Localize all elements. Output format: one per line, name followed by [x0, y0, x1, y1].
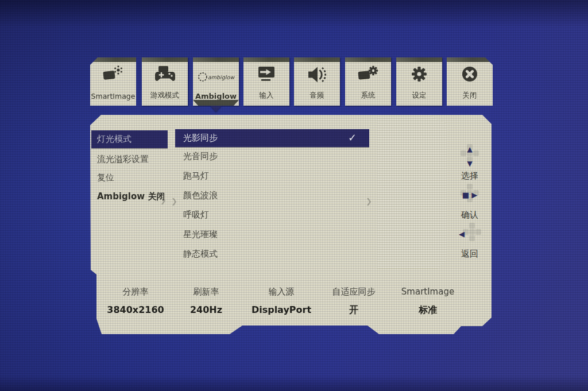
speaker-icon	[294, 63, 340, 86]
system-gear-icon	[345, 63, 391, 86]
tile-label: 系统	[345, 91, 391, 100]
smartimage-icon	[90, 63, 136, 86]
tab-ambiglow[interactable]: ambiglow Ambiglow	[193, 57, 239, 106]
ok-button-icon: ■ ▶	[452, 191, 488, 199]
gear-icon	[396, 63, 442, 86]
selected-tab-pointer-icon	[210, 106, 222, 112]
chevron-right-icon: ❯	[366, 197, 372, 206]
svg-text:ambiglow: ambiglow	[208, 74, 235, 80]
arrow-down-icon: ▼	[452, 160, 488, 168]
submenu-item-light-mode[interactable]: 灯光模式	[91, 130, 168, 148]
submenu-item-ambiglow-off[interactable]: Ambiglow 关闭	[91, 191, 168, 202]
chevron-right-icon: ❯	[160, 196, 167, 204]
arrow-left-icon: ◀	[452, 230, 488, 238]
option-label: 光影同步	[183, 133, 218, 144]
nav-back-label: 返回	[452, 249, 488, 260]
tile-label: 设定	[396, 91, 442, 100]
option-starry[interactable]: 星光璀璨	[171, 229, 374, 240]
check-icon: ✓	[348, 131, 357, 144]
input-source-icon	[243, 63, 289, 86]
nav-confirm-label: 确认	[452, 210, 488, 220]
option-follow-audio[interactable]: 光音同步	[171, 150, 374, 162]
chevron-notch-icon: ❯	[171, 197, 177, 206]
tile-label: 游戏模式	[142, 91, 188, 100]
gamepad-icon	[142, 63, 188, 86]
tab-system[interactable]: 系统	[345, 57, 391, 106]
option-static-mode[interactable]: 静态模式	[171, 248, 374, 260]
tile-label: Ambiglow	[193, 92, 239, 100]
detail-panel-empty	[377, 115, 447, 269]
osd-main-panel: 灯光模式 流光溢彩设置 复位 Ambiglow 关闭 ❯ 光影同步 ✓ 光音同步…	[90, 115, 492, 335]
arrow-up-icon: ▲	[452, 145, 488, 153]
options-panel: 光影同步 ✓ 光音同步 跑马灯 颜色波浪 呼吸灯 星光璀璨 静态模式 ❯ ❯	[171, 118, 374, 276]
option-marquee[interactable]: 跑马灯	[171, 170, 374, 181]
submenu-panel: 灯光模式 流光溢彩设置 复位 Ambiglow 关闭 ❯	[91, 115, 168, 276]
tab-smartimage[interactable]: SmartImage	[90, 57, 136, 106]
status-smartimage-label: SmartImage	[379, 287, 477, 297]
tile-label: 输入	[243, 91, 289, 100]
selected-tile-strip	[193, 100, 239, 106]
tile-label: 音频	[294, 91, 340, 100]
tab-settings[interactable]: 设定	[396, 57, 442, 106]
option-breathing[interactable]: 呼吸灯	[171, 209, 374, 220]
tab-close[interactable]: 关闭	[447, 57, 493, 106]
option-color-wave[interactable]: 颜色波浪	[171, 189, 374, 201]
ambiglow-logo-icon: ambiglow	[193, 65, 239, 88]
option-follow-video[interactable]: 光影同步 ✓	[175, 129, 369, 147]
submenu-item-reset[interactable]: 复位	[91, 172, 168, 183]
status-smartimage-value: 标准	[379, 304, 477, 316]
tab-input[interactable]: 输入	[243, 57, 289, 106]
tile-label: 关闭	[447, 91, 493, 100]
nav-select-label: 选择	[452, 171, 488, 181]
submenu-item-label: 灯光模式	[97, 134, 131, 145]
tab-audio[interactable]: 音频	[294, 57, 340, 106]
submenu-item-ambiglow-settings[interactable]: 流光溢彩设置	[91, 153, 168, 165]
osd-screen: SmartImage 游戏模式 ambiglow Ambiglow 输入 音频 …	[0, 0, 588, 391]
tile-label: SmartImage	[90, 92, 136, 100]
close-icon	[447, 63, 493, 86]
tab-game-mode[interactable]: 游戏模式	[142, 57, 188, 106]
